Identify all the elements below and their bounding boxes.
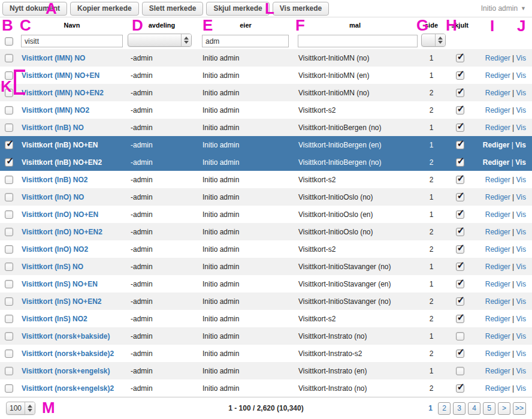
edit-link[interactable]: Rediger <box>485 123 510 132</box>
hidden-checkbox[interactable] <box>456 89 464 97</box>
row-select-checkbox[interactable] <box>5 54 13 62</box>
document-name-link[interactable]: Visittkort (InO) NO2 <box>22 245 88 254</box>
view-link[interactable]: Vis <box>516 106 526 114</box>
hidden-checkbox[interactable] <box>456 71 464 80</box>
filter-avdeling-select[interactable] <box>128 34 192 47</box>
hidden-checkbox[interactable] <box>456 245 464 254</box>
view-link[interactable]: Vis <box>516 367 526 375</box>
row-select-checkbox[interactable] <box>5 297 13 306</box>
view-link[interactable]: Vis <box>516 297 526 306</box>
edit-link[interactable]: Rediger <box>485 54 510 62</box>
view-link[interactable]: Vis <box>516 89 526 97</box>
edit-link[interactable]: Rediger <box>483 158 510 167</box>
edit-link[interactable]: Rediger <box>485 280 510 288</box>
row-select-checkbox[interactable] <box>5 158 13 167</box>
document-name-link[interactable]: Visittkort (InS) NO <box>22 263 83 271</box>
hidden-checkbox[interactable] <box>456 210 464 219</box>
hidden-checkbox[interactable] <box>456 349 464 358</box>
view-link[interactable]: Vis <box>516 349 526 358</box>
document-name-link[interactable]: Visittkort (IMN) NO+EN <box>22 71 99 80</box>
page-button[interactable]: > <box>498 402 510 415</box>
row-select-checkbox[interactable] <box>5 106 13 114</box>
document-name-link[interactable]: Visittkort (IMN) NO <box>22 54 85 62</box>
document-name-link[interactable]: Visittkort (InB) NO2 <box>22 176 87 184</box>
row-select-checkbox[interactable] <box>5 176 13 184</box>
page-button[interactable]: >> <box>513 402 526 415</box>
edit-link[interactable]: Rediger <box>485 245 510 254</box>
document-name-link[interactable]: Visittkort (InB) NO <box>22 123 84 132</box>
delete-marked-button[interactable]: Slett merkede <box>142 2 204 16</box>
row-select-checkbox[interactable] <box>5 193 13 201</box>
edit-link[interactable]: Rediger <box>485 193 510 201</box>
view-link[interactable]: Vis <box>516 315 526 323</box>
page-button[interactable]: 2 <box>438 402 451 415</box>
edit-link[interactable]: Rediger <box>485 349 510 358</box>
hidden-checkbox[interactable] <box>456 263 464 271</box>
view-link[interactable]: Vis <box>516 332 526 340</box>
view-link[interactable]: Vis <box>515 141 526 149</box>
filter-navn-input[interactable] <box>21 35 123 47</box>
new-document-button[interactable]: Nytt dokument <box>2 2 67 16</box>
view-link[interactable]: Vis <box>515 158 526 167</box>
document-name-link[interactable]: Visittkort (IMN) NO2 <box>22 106 89 114</box>
filter-mal-input[interactable] <box>298 35 418 47</box>
hidden-checkbox[interactable] <box>456 106 464 114</box>
edit-link[interactable]: Rediger <box>485 71 510 80</box>
page-size-select[interactable]: 100 <box>6 402 35 415</box>
page-button[interactable]: 5 <box>483 402 495 415</box>
edit-link[interactable]: Rediger <box>485 176 510 184</box>
document-name-link[interactable]: Visittkort (norsk+bakside)2 <box>22 349 114 358</box>
document-name-link[interactable]: Visittkort (InS) NO+EN2 <box>22 297 101 306</box>
filter-side-select[interactable] <box>421 34 446 47</box>
document-name-link[interactable]: Visittkort (InB) NO+EN2 <box>22 158 102 167</box>
view-link[interactable]: Vis <box>516 193 526 201</box>
row-select-checkbox[interactable] <box>5 349 13 358</box>
document-name-link[interactable]: Visittkort (InO) NO+EN2 <box>22 228 102 236</box>
document-name-link[interactable]: Visittkort (InB) NO+EN <box>22 141 98 149</box>
hidden-checkbox[interactable] <box>456 228 464 236</box>
row-select-checkbox[interactable] <box>5 123 13 132</box>
edit-link[interactable]: Rediger <box>485 297 510 306</box>
edit-link[interactable]: Rediger <box>485 315 510 323</box>
page-button[interactable]: 4 <box>468 402 480 415</box>
row-select-checkbox[interactable] <box>5 228 13 236</box>
document-name-link[interactable]: Visittkort (norsk+bakside) <box>22 332 110 340</box>
row-select-checkbox[interactable] <box>5 263 13 271</box>
hide-marked-button[interactable]: Skjul merkede <box>206 2 269 16</box>
document-name-link[interactable]: Visittkort (InO) NO <box>22 193 84 201</box>
edit-link[interactable]: Rediger <box>483 141 510 149</box>
hidden-checkbox[interactable] <box>456 384 464 393</box>
hidden-checkbox[interactable] <box>456 367 464 375</box>
hidden-checkbox[interactable] <box>456 141 464 149</box>
view-link[interactable]: Vis <box>516 228 526 236</box>
edit-link[interactable]: Rediger <box>485 367 510 375</box>
row-select-checkbox[interactable] <box>5 384 13 393</box>
hidden-checkbox[interactable] <box>456 332 464 340</box>
user-menu[interactable]: Initio admin ▼ <box>481 4 532 13</box>
edit-link[interactable]: Rediger <box>485 89 510 97</box>
view-link[interactable]: Vis <box>516 123 526 132</box>
row-select-checkbox[interactable] <box>5 141 13 149</box>
row-select-checkbox[interactable] <box>5 210 13 219</box>
row-select-checkbox[interactable] <box>5 367 13 375</box>
show-marked-button[interactable]: Vis merkede <box>273 2 330 16</box>
edit-link[interactable]: Rediger <box>485 332 510 340</box>
view-link[interactable]: Vis <box>516 210 526 219</box>
row-select-checkbox[interactable] <box>5 280 13 288</box>
view-link[interactable]: Vis <box>516 280 526 288</box>
document-name-link[interactable]: Visittkort (norsk+engelsk)2 <box>22 384 114 393</box>
hidden-checkbox[interactable] <box>456 280 464 288</box>
filter-eier-input[interactable] <box>202 35 289 47</box>
edit-link[interactable]: Rediger <box>485 228 510 236</box>
view-link[interactable]: Vis <box>516 263 526 271</box>
row-select-checkbox[interactable] <box>5 245 13 254</box>
document-name-link[interactable]: Visittkort (IMN) NO+EN2 <box>22 89 104 97</box>
copy-marked-button[interactable]: Kopier merkede <box>70 2 139 16</box>
hidden-checkbox[interactable] <box>456 315 464 323</box>
view-link[interactable]: Vis <box>516 54 526 62</box>
edit-link[interactable]: Rediger <box>485 210 510 219</box>
view-link[interactable]: Vis <box>516 71 526 80</box>
hidden-checkbox[interactable] <box>456 176 464 184</box>
view-link[interactable]: Vis <box>516 176 526 184</box>
document-name-link[interactable]: Visittkort (InO) NO+EN <box>22 210 98 219</box>
